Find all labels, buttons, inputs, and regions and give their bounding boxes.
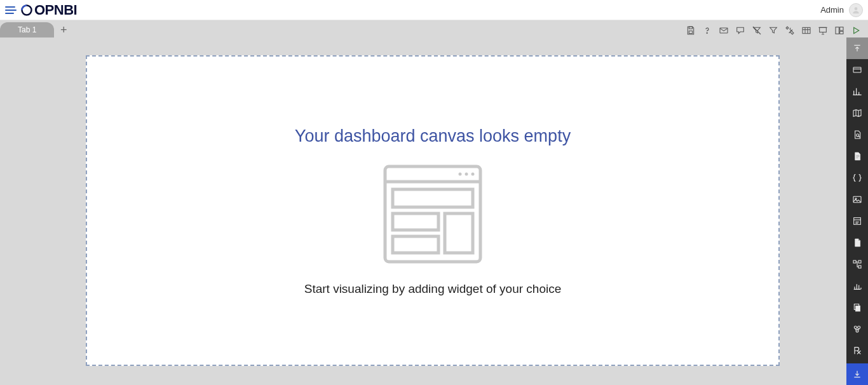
svg-rect-21	[393, 189, 473, 207]
svg-point-44	[854, 326, 857, 328]
top-header-left: OPNBI	[4, 2, 77, 18]
svg-point-45	[858, 326, 860, 328]
file-search-icon[interactable]	[846, 124, 868, 145]
play-icon[interactable]	[850, 25, 862, 36]
svg-rect-32	[856, 158, 858, 158]
right-sidebar	[846, 37, 868, 385]
avatar[interactable]	[849, 3, 863, 17]
svg-rect-11	[820, 27, 827, 32]
svg-rect-23	[393, 236, 438, 253]
dashboard-canvas[interactable]: Your dashboard canvas looks empty Start …	[86, 55, 780, 366]
bar-chart-icon[interactable]	[846, 275, 868, 297]
svg-point-18	[459, 173, 462, 176]
document-icon[interactable]	[846, 145, 868, 167]
top-header: OPNBI Admin	[0, 0, 868, 20]
filter-icon[interactable]	[768, 25, 779, 36]
chart-icon[interactable]	[846, 81, 868, 102]
svg-point-1	[855, 7, 858, 10]
table-icon[interactable]	[801, 25, 812, 36]
svg-rect-40	[858, 260, 861, 263]
svg-point-19	[465, 173, 468, 176]
add-tab-button[interactable]: +	[58, 24, 69, 36]
file-icon[interactable]	[846, 232, 868, 253]
tabs-row: Tab 1 +	[0, 20, 868, 37]
svg-rect-30	[856, 155, 859, 156]
comment-icon[interactable]	[735, 25, 746, 36]
svg-rect-2	[689, 27, 692, 29]
canvas-area: Your dashboard canvas looks empty Start …	[0, 37, 846, 385]
group-icon[interactable]	[846, 318, 868, 340]
empty-state: Your dashboard canvas looks empty Start …	[87, 57, 778, 296]
toolbar	[685, 25, 864, 36]
svg-rect-39	[853, 260, 856, 263]
top-header-right: Admin	[820, 3, 863, 17]
map-icon[interactable]	[846, 102, 868, 124]
presentation-icon[interactable]	[817, 25, 829, 36]
svg-rect-7	[803, 27, 810, 33]
save-icon[interactable]	[685, 25, 696, 36]
card-icon[interactable]	[846, 59, 868, 81]
download-icon[interactable]	[846, 363, 868, 385]
svg-point-4	[707, 32, 707, 33]
empty-subtitle: Start visualizing by adding widget of yo…	[87, 282, 778, 296]
svg-rect-14	[840, 27, 843, 30]
svg-rect-24	[445, 213, 473, 253]
help-icon[interactable]	[702, 25, 713, 36]
mail-icon[interactable]	[718, 25, 729, 36]
svg-rect-13	[836, 27, 839, 34]
svg-rect-42	[855, 306, 860, 311]
svg-rect-26	[853, 67, 861, 72]
empty-title: Your dashboard canvas looks empty	[87, 126, 778, 146]
tree-icon[interactable]	[846, 253, 868, 275]
copy-icon[interactable]	[846, 297, 868, 318]
app-logo: OPNBI	[20, 2, 77, 18]
filter-off-icon[interactable]	[751, 25, 763, 36]
svg-line-29	[858, 136, 860, 137]
form-icon[interactable]	[846, 210, 868, 232]
tabs-left: Tab 1 +	[0, 22, 69, 37]
svg-rect-5	[720, 28, 728, 33]
svg-rect-15	[840, 31, 843, 34]
svg-point-20	[471, 173, 475, 176]
svg-rect-22	[393, 213, 438, 230]
tools-icon[interactable]	[784, 25, 796, 36]
collapse-up-icon[interactable]	[846, 37, 868, 59]
empty-illustration-icon	[379, 160, 487, 271]
layout-icon[interactable]	[834, 25, 845, 36]
svg-rect-31	[856, 156, 859, 157]
tab-label: Tab 1	[18, 25, 36, 34]
svg-rect-41	[858, 266, 861, 268]
menu-button[interactable]	[4, 4, 17, 17]
user-label: Admin	[820, 5, 844, 15]
rx-icon[interactable]	[846, 340, 868, 361]
tab-1[interactable]: Tab 1	[0, 22, 54, 37]
svg-rect-3	[689, 31, 692, 34]
braces-icon[interactable]	[846, 167, 868, 189]
app-logo-text: OPNBI	[34, 2, 77, 18]
image-icon[interactable]	[846, 189, 868, 210]
